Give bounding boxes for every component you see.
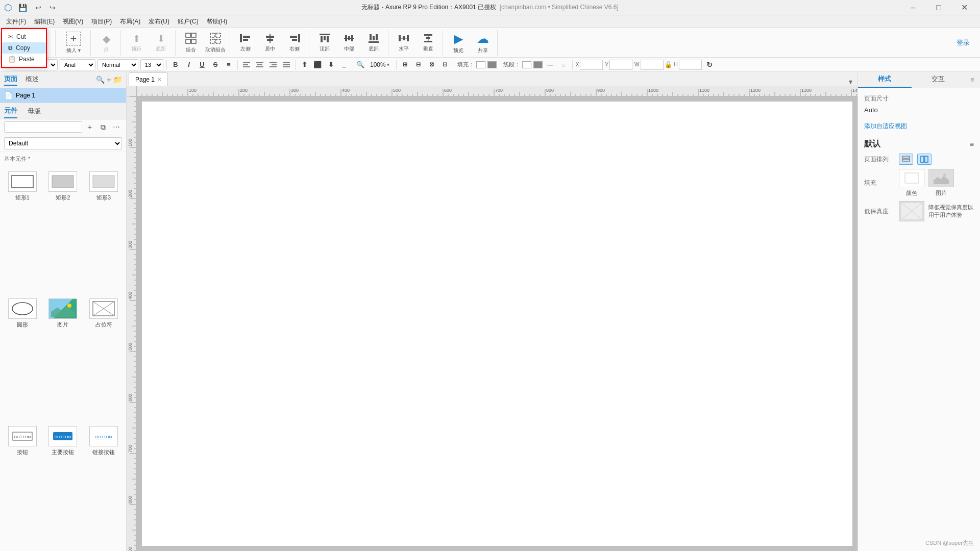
border-opacity-swatch[interactable] [533,61,543,68]
adaptive-view-link[interactable]: 添加自适应视图 [864,122,974,131]
rotate-btn[interactable]: ↻ [704,59,715,70]
right-tab-notes[interactable]: ≡ [965,73,980,88]
dist-v-btn[interactable]: 垂直 [417,32,439,54]
clip-copy[interactable]: ⧉ Copy [2,42,46,54]
comp-image[interactable]: 图片 [45,296,82,419]
snap2-btn[interactable]: ⊟ [413,59,424,70]
comp-circle[interactable]: 圆形 [4,296,41,419]
dist-h-btn[interactable]: 水平 [393,32,415,54]
fill-image-option[interactable]: 图片 [928,169,954,197]
close-btn[interactable]: ✕ [952,0,976,15]
y-input[interactable] [609,60,632,70]
login-btn[interactable]: 登录 [957,38,970,47]
text-align-center-btn[interactable] [254,59,265,70]
menu-view[interactable]: 视图(V) [59,16,87,27]
tab-pages[interactable]: 页面 [4,74,17,86]
comp-button[interactable]: BUTTON 按钮 [4,424,41,547]
menu-edit[interactable]: 编辑(E) [30,16,59,27]
text-align-justify-btn[interactable] [281,59,292,70]
valign-top-btn[interactable]: ⬆ [299,59,310,70]
border-swatch[interactable] [522,61,531,68]
strikethrough-btn[interactable]: S [210,59,221,70]
fill-opacity-swatch[interactable] [487,61,497,68]
library-select[interactable]: Default [4,137,122,149]
group-btn[interactable]: 组合 [180,32,202,54]
menu-publish[interactable]: 发布(U) [144,16,174,27]
comp-primary-btn[interactable]: BUTTON 主要按钮 [45,424,82,547]
insert-btn[interactable]: + 插入 ▾ [60,32,87,54]
pages-add-icon[interactable]: + [107,76,111,85]
tab-outline[interactable]: 概述 [26,74,39,86]
quick-save-btn[interactable]: 💾 [16,3,29,13]
top-btn[interactable]: ⬆ 顶距 [125,32,148,54]
text-align-right-btn[interactable] [267,59,279,70]
page-item-1[interactable]: 📄 Page 1 [0,88,126,103]
redo-btn[interactable]: ↪ [47,3,58,13]
x-input[interactable] [580,60,603,70]
comp-rect3[interactable]: 矩形3 [85,169,122,292]
lock-w-icon[interactable]: 🔓 [665,61,672,68]
menu-layout[interactable]: 布局(A) [116,16,144,27]
fill-color-swatch[interactable] [476,61,485,68]
menu-file[interactable]: 文件(F) [2,16,30,27]
layout-rows-btn[interactable] [899,154,913,165]
minimize-btn[interactable]: – [901,0,925,15]
snap-btn[interactable]: ⊞ [400,59,411,70]
right-tab-interaction[interactable]: 交互 [912,71,965,88]
tab-nav-btn[interactable]: ▾ [846,78,855,86]
align-top-btn[interactable]: 顶部 [313,32,336,54]
clip-cut[interactable]: ✂ Cut [2,31,46,42]
menu-account[interactable]: 账户(C) [174,16,203,27]
italic-btn[interactable]: I [183,59,194,70]
comp-rect2[interactable]: 矩形2 [45,169,82,292]
fill-color-option[interactable]: 颜色 [899,169,924,197]
tab-components[interactable]: 元件 [4,104,17,118]
text-align-left-btn[interactable] [241,59,252,70]
font-size-select[interactable]: 13 [140,59,163,70]
pages-folder-icon[interactable]: 📁 [113,76,122,85]
clip-paste[interactable]: 📋 Paste [2,54,46,65]
underline-btn[interactable]: U [197,59,208,70]
font-select[interactable]: Arial [60,59,95,70]
valign-middle-btn[interactable]: ⬛ [312,59,323,70]
comp-rect1[interactable]: 矩形1 [4,169,41,292]
comp-link-btn[interactable]: BUTTON 链接按钮 [85,424,122,547]
point-btn[interactable]: ◆ 点 [95,32,117,54]
valign-bottom-btn[interactable]: ⬇ [325,59,336,70]
list-btn[interactable]: ≡ [223,59,234,70]
default-settings-icon[interactable]: ≡ [970,140,974,148]
preview-btn[interactable]: ▶ 预览 [447,32,470,54]
menu-help[interactable]: 帮助(H) [203,16,232,27]
tab-close-btn[interactable]: × [158,77,161,83]
comp-search-input[interactable] [4,121,82,133]
bottom-btn[interactable]: ⬇ 底距 [150,32,172,54]
comp-copy-btn[interactable]: ⧉ [97,121,109,133]
share-btn[interactable]: ☁ 共享 [472,32,494,54]
pages-search-icon[interactable]: 🔍 [96,76,105,85]
font-style-select[interactable]: Normal [97,59,138,70]
right-tab-style[interactable]: 样式 [858,71,912,88]
underline2-btn[interactable]: _ [338,59,350,70]
zoom-control[interactable]: 100% ▾ [366,61,393,69]
canvas-wrapper[interactable] [127,86,857,551]
border-weight-btn[interactable]: ≡ [558,59,569,70]
maximize-btn[interactable]: □ [927,0,950,15]
border-style-btn[interactable]: — [545,59,556,70]
align-left-btn[interactable]: 左侧 [234,32,257,54]
tab-masters[interactable]: 母版 [28,105,41,118]
menu-project[interactable]: 项目(P) [87,16,116,27]
canvas-tab-page1[interactable]: Page 1 × [129,72,168,86]
align-middle-btn[interactable]: 中部 [338,32,360,54]
layout-cols-btn[interactable] [917,154,932,165]
w-input[interactable] [641,60,664,70]
comp-menu-btn[interactable]: ⋯ [111,121,122,133]
snap3-btn[interactable]: ⊠ [426,59,437,70]
ungroup-btn[interactable]: 取消组合 [204,32,227,54]
h-input[interactable] [679,60,702,70]
bold-btn[interactable]: B [170,59,181,70]
align-center-btn[interactable]: 居中 [259,32,281,54]
snap4-btn[interactable]: ⊡ [439,59,451,70]
canvas-page[interactable] [142,102,852,546]
comp-add-btn[interactable]: + [84,121,95,133]
comp-placeholder[interactable]: 占位符 [85,296,122,419]
